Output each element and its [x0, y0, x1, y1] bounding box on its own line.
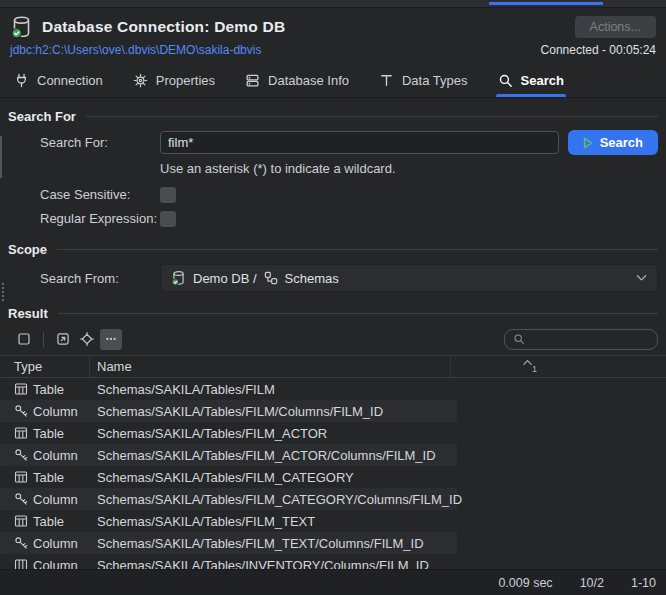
tab-label: Connection [37, 73, 103, 88]
table-row[interactable]: ColumnSchemas/SAKILA/Tables/FILM_TEXT/Co… [0, 532, 666, 554]
result-filter[interactable] [504, 329, 658, 350]
section-divider [58, 313, 658, 314]
wildcard-hint: Use an asterisk (*) to indicate a wildca… [0, 161, 666, 179]
result-toolbar-buttons [13, 329, 122, 350]
row-name: Schemas/SAKILA/Tables/FILM_CATEGORY/Colu… [90, 492, 462, 507]
plug-icon [14, 73, 29, 88]
left-splitter-grip[interactable] [0, 136, 2, 178]
navigate-target-button[interactable] [76, 329, 98, 350]
tab-data-types[interactable]: Data Types [379, 63, 468, 97]
row-type-label: Column [33, 448, 78, 463]
status-elapsed-time: 0.009 sec [498, 576, 552, 590]
row-type-cell: Table [0, 470, 90, 485]
database-check-icon [171, 270, 186, 286]
case-sensitive-label: Case Sensitive: [40, 187, 160, 202]
tab-label: Database Info [268, 73, 349, 88]
play-icon [583, 137, 593, 149]
table-row[interactable]: ColumnSchemas/SAKILA/Tables/FILM/Columns… [0, 400, 666, 422]
result-table-header: Type Name 1 [0, 355, 666, 378]
scope-section-header: Scope [8, 240, 658, 258]
table-row[interactable]: ColumnSchemas/SAKILA/Tables/FILM_ACTOR/C… [0, 444, 666, 466]
row-name: Schemas/SAKILA/Tables/FILM_TEXT [90, 514, 315, 529]
scope-database-value: Demo DB / [193, 271, 257, 286]
scope-node-value: Schemas [285, 271, 339, 286]
result-table: Type Name 1 TableSchemas/SAKILA/Tables/F… [0, 355, 666, 569]
open-in-window-button[interactable] [52, 329, 74, 350]
actions-button[interactable]: Actions... [575, 16, 656, 38]
row-name: Schemas/SAKILA/Tables/FILM_ACTOR/Columns… [90, 448, 436, 463]
tab-connection[interactable]: Connection [14, 63, 103, 97]
table-row[interactable]: TableSchemas/SAKILA/Tables/FILM [0, 378, 666, 400]
row-type-cell: Column [0, 404, 90, 419]
connection-status: Connected - 00:05:24 [541, 43, 656, 57]
row-type-label: Column [33, 558, 78, 570]
result-filter-input[interactable] [530, 331, 649, 347]
search-from-dropdown[interactable]: Demo DB / Schemas [160, 264, 658, 292]
result-section-header: Result [8, 304, 658, 322]
row-name: Schemas/SAKILA/Tables/FILM [90, 382, 275, 397]
table-row[interactable]: TableSchemas/SAKILA/Tables/FILM_CATEGORY [0, 466, 666, 488]
column-icon [14, 558, 28, 569]
table-icon [14, 470, 28, 484]
row-type-label: Table [33, 514, 64, 529]
connection-header: Database Connection: Demo DB Actions... … [0, 8, 666, 63]
jdbc-url-link[interactable]: jdbc:h2:C:\Users\ove\.dbvis\DEMO\sakila-… [10, 43, 261, 57]
tab-bar: ConnectionPropertiesDatabase InfoData Ty… [0, 63, 666, 98]
row-type-cell: Column [0, 492, 90, 507]
search-button[interactable]: Search [568, 130, 658, 155]
more-options-icon [104, 332, 118, 346]
row-type-cell: Table [0, 514, 90, 529]
row-type-cell: Column [0, 536, 90, 551]
column-header-type[interactable]: Type [0, 356, 90, 377]
database-check-icon [10, 15, 33, 39]
tab-label: Properties [156, 73, 215, 88]
status-row-range: 1-10 [631, 576, 656, 590]
table-row[interactable]: ColumnSchemas/SAKILA/Tables/INVENTORY/Co… [0, 554, 666, 569]
section-divider [86, 116, 658, 117]
select-rows-button[interactable] [13, 329, 35, 350]
database-connection-window: Database Connection: Demo DB Actions... … [0, 0, 666, 595]
parent-tab-strip [0, 0, 666, 8]
search-button-label: Search [600, 135, 643, 150]
row-type-label: Table [33, 470, 64, 485]
row-type-label: Column [33, 492, 78, 507]
row-type-label: Column [33, 404, 78, 419]
table-row[interactable]: ColumnSchemas/SAKILA/Tables/FILM_CATEGOR… [0, 488, 666, 510]
result-splitter-handle[interactable] [2, 283, 4, 301]
search-from-label: Search From: [40, 271, 160, 286]
regular-expression-checkbox[interactable] [160, 211, 176, 227]
search-for-input[interactable] [160, 131, 559, 154]
select-rows-icon [17, 332, 31, 346]
regular-expression-label: Regular Expression: [40, 211, 160, 226]
open-in-window-icon [56, 332, 70, 346]
table-row[interactable]: TableSchemas/SAKILA/Tables/FILM_TEXT [0, 510, 666, 532]
parent-tab-indicator [489, 2, 603, 5]
section-title: Search For [8, 109, 76, 124]
schemas-icon [264, 271, 278, 285]
row-type-label: Column [33, 536, 78, 551]
search-tab-content: Search For Search For: Search Use an ast… [0, 98, 666, 569]
tab-search[interactable]: Search [498, 63, 564, 97]
column-header-name-label: Name [97, 359, 132, 374]
search-icon [498, 73, 513, 88]
row-type-cell: Column [0, 558, 90, 570]
more-options-button[interactable] [100, 329, 122, 350]
section-title: Result [8, 306, 48, 321]
result-toolbar [13, 327, 658, 351]
tab-database-info[interactable]: Database Info [245, 63, 349, 97]
table-icon [14, 382, 28, 396]
sort-ascending-icon: 1 [522, 357, 537, 374]
row-name: Schemas/SAKILA/Tables/FILM_CATEGORY [90, 470, 354, 485]
table-row[interactable]: TableSchemas/SAKILA/Tables/FILM_ACTOR [0, 422, 666, 444]
column-header-name[interactable]: Name 1 [90, 356, 666, 377]
column-divider[interactable] [450, 356, 451, 377]
row-name: Schemas/SAKILA/Tables/INVENTORY/Columns/… [90, 558, 429, 570]
case-sensitive-checkbox[interactable] [160, 187, 176, 203]
search-icon [513, 333, 525, 345]
status-row-counts: 10/2 [580, 576, 604, 590]
key-column-icon [14, 536, 28, 550]
tab-label: Search [521, 73, 564, 88]
tab-properties[interactable]: Properties [133, 63, 215, 97]
navigate-target-icon [80, 332, 94, 346]
type-icon [379, 73, 394, 88]
